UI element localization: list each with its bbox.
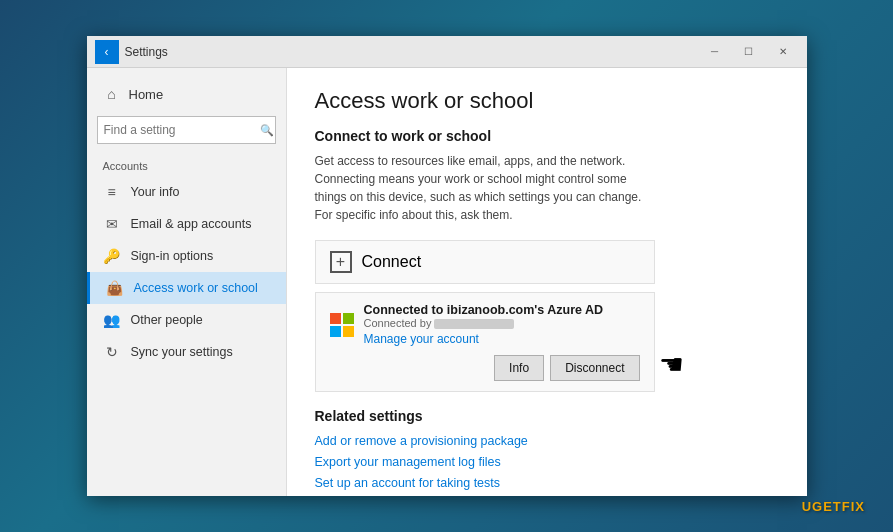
search-button[interactable]: 🔍 [260,117,275,143]
settings-window: ‹ Settings ─ ☐ ✕ ⌂ Home 🔍 Accounts ≡ You… [87,36,807,496]
sidebar: ⌂ Home 🔍 Accounts ≡ Your info ✉ Email & … [87,68,287,496]
related-link-0[interactable]: Add or remove a provisioning package [315,434,779,448]
account-info: Connected to ibizanoob.com's Azure AD Co… [330,303,640,347]
main-content: Access work or school Connect to work or… [287,68,807,496]
connect-label: Connect [362,253,422,271]
connect-description: Get access to resources like email, apps… [315,152,655,224]
signin-icon: 🔑 [103,248,121,264]
connect-box[interactable]: + Connect [315,240,655,284]
home-icon: ⌂ [103,86,121,102]
your-info-icon: ≡ [103,184,121,200]
page-title: Access work or school [315,88,779,114]
titlebar-left: ‹ Settings [95,40,168,64]
account-texts: Connected to ibizanoob.com's Azure AD Co… [364,303,640,347]
sidebar-item-access-work[interactable]: 👜 Access work or school [87,272,286,304]
hand-cursor-icon: ☛ [659,348,684,381]
account-box: Connected to ibizanoob.com's Azure AD Co… [315,292,655,392]
ms-logo-green [343,313,354,324]
sidebar-item-sync[interactable]: ↻ Sync your settings [87,336,286,368]
sync-icon: ↻ [103,344,121,360]
sidebar-item-signin[interactable]: 🔑 Sign-in options [87,240,286,272]
other-people-icon: 👥 [103,312,121,328]
disconnect-button[interactable]: Disconnect [550,355,639,381]
related-link-2[interactable]: Set up an account for taking tests [315,476,779,490]
sidebar-item-label: Access work or school [134,281,258,295]
connect-section-title: Connect to work or school [315,128,779,144]
sidebar-item-your-info[interactable]: ≡ Your info [87,176,286,208]
related-settings-title: Related settings [315,408,779,424]
sidebar-item-label: Sign-in options [131,249,214,263]
sidebar-item-email[interactable]: ✉ Email & app accounts [87,208,286,240]
sidebar-item-label: Your info [131,185,180,199]
window-content: ⌂ Home 🔍 Accounts ≡ Your info ✉ Email & … [87,68,807,496]
sidebar-home-label: Home [129,87,164,102]
maximize-button[interactable]: ☐ [733,42,765,62]
sidebar-item-label: Other people [131,313,203,327]
ms-logo-yellow [343,326,354,337]
account-name: Connected to ibizanoob.com's Azure AD [364,303,640,317]
ms-logo-blue [330,326,341,337]
watermark-highlight: ET [823,499,842,514]
back-button[interactable]: ‹ [95,40,119,64]
search-box: 🔍 [97,116,276,144]
sidebar-item-label: Sync your settings [131,345,233,359]
titlebar-controls: ─ ☐ ✕ [699,42,799,62]
minimize-button[interactable]: ─ [699,42,731,62]
sidebar-item-home[interactable]: ⌂ Home [87,78,286,110]
ms-logo-red [330,313,341,324]
window-title: Settings [125,45,168,59]
close-button[interactable]: ✕ [767,42,799,62]
search-input[interactable] [98,119,260,141]
microsoft-logo [330,313,354,337]
sidebar-item-label: Email & app accounts [131,217,252,231]
plus-icon: + [330,251,352,273]
watermark: UGETFIX [802,499,865,514]
account-connected-by: Connected by [364,317,640,329]
titlebar: ‹ Settings ─ ☐ ✕ [87,36,807,68]
account-by-blurred [434,319,514,329]
sidebar-item-other-people[interactable]: 👥 Other people [87,304,286,336]
watermark-suffix: FIX [842,499,865,514]
account-buttons: Info Disconnect [330,355,640,381]
sidebar-section-accounts: Accounts [87,150,286,176]
access-work-icon: 👜 [106,280,124,296]
related-link-1[interactable]: Export your management log files [315,455,779,469]
manage-account-link[interactable]: Manage your account [364,332,479,346]
info-button[interactable]: Info [494,355,544,381]
email-icon: ✉ [103,216,121,232]
watermark-prefix: UG [802,499,824,514]
